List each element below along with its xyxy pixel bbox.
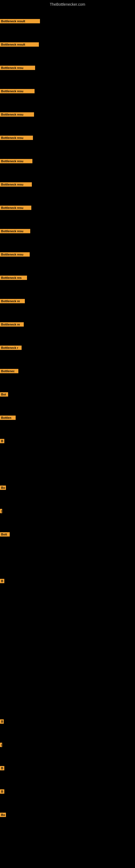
bottleneck-result-bar[interactable]: Bottleneck re — [0, 299, 25, 303]
bottleneck-row: Bottleneck r — [0, 342, 135, 354]
bottleneck-row: Bottleneck result — [0, 38, 135, 51]
bottleneck-result-bar[interactable]: Bottleneck resu — [0, 89, 35, 93]
bottleneck-row: Bottleneck resu — [0, 179, 135, 190]
bottleneck-result-bar[interactable]: | — [0, 509, 2, 513]
bottleneck-row: Bottleneck resu — [0, 132, 135, 144]
bottleneck-result-bar[interactable]: Bottleneck re — [0, 322, 24, 327]
bottleneck-row: Bot — [0, 389, 135, 400]
bottleneck-result-bar[interactable]: Bottleneck resu — [0, 159, 32, 163]
bottleneck-result-bar[interactable]: Bottleneck res — [0, 276, 27, 280]
bottleneck-result-bar[interactable]: Bottleneck resu — [0, 252, 30, 257]
bottleneck-row: Bottleneck resu — [0, 85, 135, 97]
bottleneck-result-bar[interactable]: B — [0, 789, 4, 794]
bottleneck-row: B — [0, 435, 135, 447]
bottleneck-row: Bo — [0, 482, 135, 494]
bottleneck-result-bar[interactable]: Bottleneck result — [0, 42, 39, 46]
bottleneck-result-bar[interactable]: B — [0, 579, 4, 583]
bottleneck-row: Bottleneck resu — [0, 108, 135, 120]
bottleneck-row: Bottleneck resu — [0, 155, 135, 167]
bottleneck-result-bar[interactable]: Bottleneck resu — [0, 206, 31, 210]
bottleneck-row: Bo — [0, 809, 135, 821]
bottleneck-result-bar[interactable]: Bottleneck r — [0, 346, 21, 350]
bottleneck-row: | — [0, 505, 135, 517]
bottleneck-result-bar[interactable]: Bottleneck result — [0, 19, 40, 23]
bottleneck-result-bar[interactable]: B — [0, 719, 4, 724]
bottleneck-row: Bottleneck resu — [0, 62, 135, 74]
bottleneck-row: Bottleneck resu — [0, 225, 135, 237]
bottleneck-row: Bottleneck re — [0, 318, 135, 330]
bottleneck-row: Bott — [0, 528, 135, 540]
site-title: TheBottlenecker.com — [0, 0, 135, 9]
bottleneck-result-bar[interactable]: B — [0, 439, 4, 443]
bottleneck-result-bar[interactable]: Bot — [0, 392, 8, 397]
bottleneck-row: Bottleneck re — [0, 295, 135, 307]
bottleneck-result-bar[interactable]: B — [0, 766, 4, 770]
bottleneck-row: B — [0, 575, 135, 587]
bottleneck-row: Bottleneck res — [0, 272, 135, 284]
bottleneck-result-bar[interactable]: Bottleneck resu — [0, 66, 35, 70]
bottleneck-result-bar[interactable]: Bottleneck resu — [0, 112, 34, 117]
bottleneck-result-bar[interactable]: Bottleneck resu — [0, 182, 32, 187]
bottleneck-row: Bottleneck result — [0, 15, 135, 27]
bottleneck-row: Bottlen — [0, 412, 135, 424]
bottleneck-result-bar[interactable]: Bott — [0, 532, 10, 536]
bottleneck-result-bar[interactable]: | — [0, 743, 2, 747]
bottleneck-result-bar[interactable]: Bottleneck resu — [0, 135, 33, 140]
bottleneck-row: Bottlenec — [0, 365, 135, 377]
bottleneck-row: B — [0, 785, 135, 798]
bottleneck-result-bar[interactable]: Bottlen — [0, 415, 16, 420]
bottleneck-row: B — [0, 762, 135, 774]
bottleneck-result-bar[interactable]: Bottleneck resu — [0, 229, 30, 233]
bottleneck-result-bar[interactable]: Bo — [0, 813, 6, 817]
bottleneck-result-bar[interactable]: Bottlenec — [0, 369, 18, 373]
bottleneck-result-bar[interactable]: Bo — [0, 486, 6, 490]
bottleneck-row: B — [0, 716, 135, 727]
site-title-text: TheBottlenecker.com — [50, 2, 85, 6]
bottleneck-row: Bottleneck resu — [0, 248, 135, 260]
bottleneck-row: Bottleneck resu — [0, 202, 135, 214]
bottleneck-row: | — [0, 739, 135, 751]
